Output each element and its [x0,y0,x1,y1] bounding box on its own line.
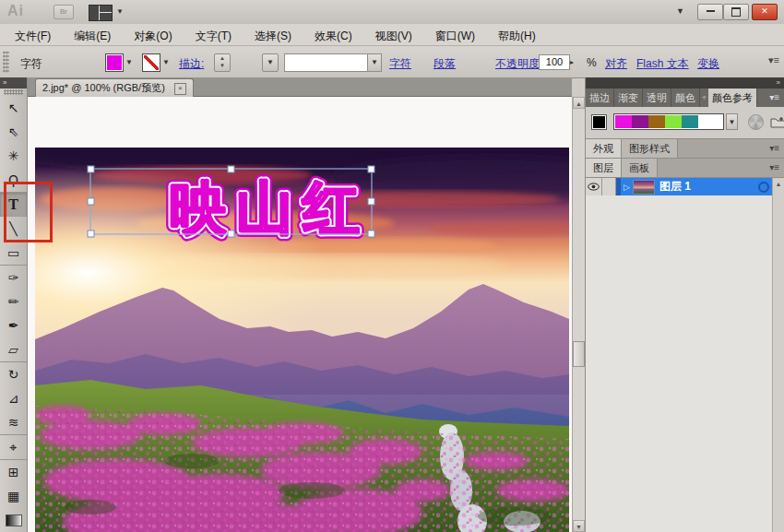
layers-menu-icon[interactable]: ▾≡ [769,159,784,177]
direct-selection-tool[interactable]: ⇖ [0,120,27,144]
harmony-green[interactable] [665,115,682,128]
menu-window[interactable]: 窗口(W) [430,24,481,44]
selection-tool[interactable]: ↖ [0,96,27,120]
menu-effect[interactable]: 效果(C) [309,24,358,44]
paintbrush-tool[interactable]: ✑ [0,265,27,290]
dock-caret-icon[interactable]: ▼ [676,6,684,16]
tab-color-guide[interactable]: 颜色参考 [708,89,757,107]
tab-transparency[interactable]: 透明 [643,89,671,107]
tab-layers[interactable]: 图层 [586,159,622,177]
stroke-weight-stepper[interactable]: ▲ ▼ [214,53,231,72]
tool-icon: ↖ [8,100,19,115]
title-bar: Ai Br ▼ ▼ ✕ [0,0,784,25]
flash-text-link[interactable]: Flash 文本 [636,56,689,72]
perspective-grid-tool[interactable]: ⊞ [0,459,27,484]
scale-tool[interactable]: ⊿ [0,386,27,410]
width-tool[interactable]: ≋ [0,410,27,434]
harmony-swatch-strip[interactable] [613,113,724,130]
canvas-vertical-scrollbar[interactable]: ▲ ▼ [572,97,585,532]
layer-row[interactable]: ▷ 图层 1 [586,178,784,195]
harmony-magenta[interactable] [615,115,632,128]
color-guide-menu-icon[interactable]: ▾≡ [769,89,784,107]
layer-thumbnail[interactable] [633,180,655,195]
pencil-tool[interactable]: ✏ [0,290,27,313]
menu-edit[interactable]: 编辑(E) [68,24,116,44]
document-tab[interactable]: 2.jpg* @ 100% (RGB/预览) × [35,78,194,97]
tab-stroke[interactable]: 描边 [586,89,614,107]
restore-button[interactable] [723,4,749,20]
placed-photo[interactable] [35,148,569,532]
blob-brush-tool[interactable]: ✒ [0,313,27,337]
layer-target-circle[interactable] [758,182,769,193]
magic-wand-tool[interactable]: ✳ [0,144,27,168]
tools-panel: » ↖ ⇖ ✳ Ϙ T ╲ ▭ ✑ ✏ ✒ ▱ [0,77,28,532]
toolbar-collapse-icon[interactable]: » [0,77,27,89]
opacity-caret-icon[interactable]: ▸ [570,54,579,70]
menu-help[interactable]: 帮助(H) [493,24,541,44]
dock-collapse-icon[interactable]: » [586,77,784,89]
opacity-label[interactable]: 不透明度: [495,56,542,72]
tab-close-icon[interactable]: × [174,83,186,95]
scroll-down-icon[interactable]: ▼ [573,520,585,532]
opacity-input[interactable]: 100 [539,54,570,70]
tab-graphic-styles[interactable]: 图形样式 [622,139,678,158]
line-segment-tool[interactable]: ╲ [0,217,27,241]
layers-scroll-up-icon[interactable]: ▲ [773,178,784,187]
tab-color[interactable]: 颜色 [671,89,700,107]
tab-gradient[interactable]: 渐变 [614,89,643,107]
harmony-teal[interactable] [682,115,698,128]
toolbar-grip[interactable] [4,89,23,95]
expand-triangle-icon[interactable]: ▷ [621,183,633,192]
tool-icon: ✏ [8,294,19,309]
layer-name[interactable]: 图层 1 [659,179,691,195]
stroke-color-swatch[interactable] [142,53,160,72]
minimize-button[interactable] [697,4,723,20]
character-panel-link[interactable]: 字符 [389,56,411,72]
paragraph-panel-link[interactable]: 段落 [434,56,456,72]
rotate-tool[interactable]: ↻ [0,361,27,386]
appearance-menu-icon[interactable]: ▾≡ [769,139,784,158]
lasso-tool[interactable]: Ϙ [0,168,27,192]
workspace-caret-icon[interactable]: ▼ [116,7,124,16]
bridge-button[interactable]: Br [53,5,74,19]
gradient-tool[interactable] [0,508,27,532]
stroke-panel-link[interactable]: 描边: [179,56,204,72]
tab-appearance[interactable]: 外观 [586,139,622,158]
layers-scrollbar[interactable]: ▲ [772,178,784,532]
harmony-brown[interactable] [648,115,665,128]
eraser-tool[interactable]: ▱ [0,337,27,361]
lock-toggle[interactable] [602,178,616,195]
free-transform-tool[interactable]: ⌖ [0,434,27,459]
color-wheel-icon[interactable] [748,114,764,130]
menu-file[interactable]: 文件(F) [9,24,56,44]
visibility-toggle[interactable] [586,178,602,195]
transform-panel-link[interactable]: 变换 [697,56,719,72]
control-bar: 字符 ▼ ▼ 描边: ▲ ▼ ▼ ▼ 字符 段落 不透明度: 100 ▸ % 对… [0,46,784,78]
harmony-caret-icon[interactable]: ▼ [726,113,738,130]
panel-grip[interactable] [3,51,9,73]
stroke-weight-caret[interactable]: ▼ [262,53,279,72]
scrollbar-thumb[interactable] [573,341,585,367]
workspace-switcher-icon[interactable] [89,5,113,21]
fill-caret-icon[interactable]: ▼ [125,58,133,66]
type-tool[interactable]: T [0,192,27,217]
menu-object[interactable]: 对象(O) [128,24,177,44]
stroke-caret-icon[interactable]: ▼ [162,58,170,66]
base-color-swatch[interactable] [591,114,607,130]
menu-select[interactable]: 选择(S) [249,24,297,44]
menu-type[interactable]: 文字(T) [190,24,237,44]
width-profile-caret[interactable]: ▼ [367,54,381,71]
mesh-tool[interactable]: ▦ [0,484,27,508]
align-panel-link[interactable]: 对齐 [605,56,627,72]
width-profile-select[interactable]: ▼ [284,53,382,72]
color-guide-tab-bar: 描边 渐变 透明 颜色 ÷ 颜色参考 ▾≡ [586,89,784,107]
rectangle-tool[interactable]: ▭ [0,241,27,265]
tab-artboards[interactable]: 画板 [622,159,658,177]
menu-view[interactable]: 视图(V) [370,24,418,44]
control-bar-menu-icon[interactable]: ▾≡ [768,54,779,66]
close-button[interactable]: ✕ [752,4,778,20]
fill-color-swatch[interactable] [105,53,124,72]
scroll-up-icon[interactable]: ▲ [573,97,585,109]
save-to-swatches-icon[interactable] [770,115,784,132]
harmony-purple[interactable] [632,115,648,128]
